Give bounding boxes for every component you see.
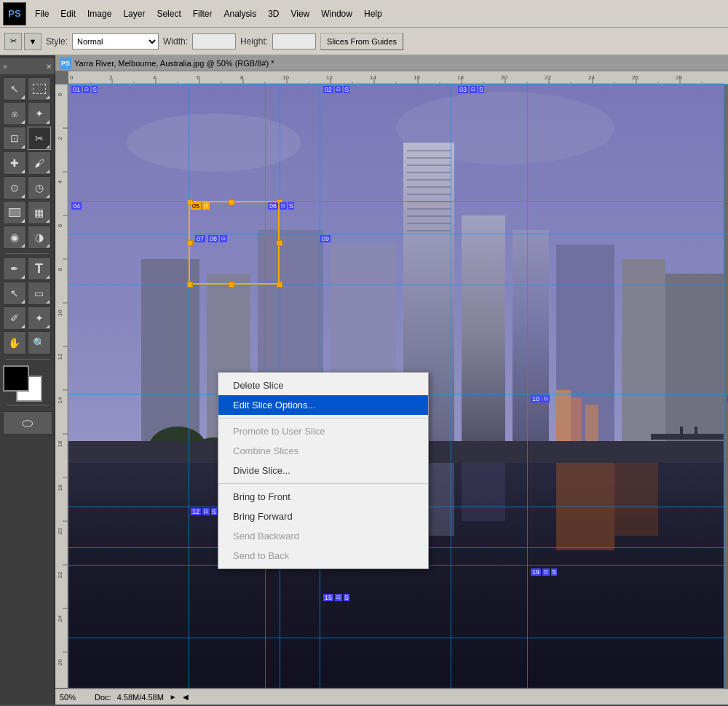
menu-edit[interactable]: Edit [55, 7, 82, 20]
ctx-send-to-back[interactable]: Send to Back [218, 546, 428, 566]
menu-3d[interactable]: 3D [262, 7, 285, 20]
menu-help[interactable]: Help [358, 7, 388, 20]
quick-mask-button[interactable]: ⬭ [3, 411, 52, 435]
svg-text:4: 4 [57, 180, 63, 183]
lasso-icon: ⍟ [12, 108, 17, 119]
lasso-tool[interactable]: ⍟ [3, 102, 26, 125]
slice-type-icon[interactable]: ▼ [24, 33, 41, 50]
slices-from-guides-button[interactable]: Slices From Guides [320, 33, 403, 50]
brush-icon: 🖌 [34, 157, 44, 169]
type-tool[interactable]: T [28, 257, 51, 280]
blur-icon: ◉ [10, 231, 19, 243]
svg-rect-112 [585, 405, 598, 441]
history-brush-icon: ◷ [35, 182, 44, 194]
menu-view[interactable]: View [285, 7, 315, 20]
hand-icon: ✋ [8, 337, 20, 349]
menu-image[interactable]: Image [82, 7, 117, 20]
toolbox-close[interactable]: ✕ [46, 63, 52, 71]
ctx-send-backward[interactable]: Send Backward [218, 526, 428, 546]
slice-guide-h9 [68, 638, 728, 638]
svg-text:6: 6 [57, 223, 63, 227]
foreground-color-swatch[interactable] [3, 365, 29, 392]
svg-text:22: 22 [57, 571, 63, 578]
hand-tool[interactable]: ✋ [3, 331, 26, 354]
history-brush-tool[interactable]: ◷ [28, 176, 51, 199]
height-input[interactable] [272, 33, 316, 49]
blur-tool[interactable]: ◉ [3, 226, 26, 249]
toolbox-header: » ✕ [0, 58, 55, 74]
toolbox-expand[interactable]: » [3, 63, 7, 71]
svg-text:26: 26 [632, 74, 638, 81]
menu-filter[interactable]: Filter [187, 7, 218, 20]
clone-tool[interactable]: ⊙ [3, 176, 26, 199]
slice-badge-05: 05 ⊡ [191, 202, 210, 210]
menu-select[interactable]: Select [151, 7, 186, 20]
ctx-divider-1 [218, 418, 428, 419]
ctx-promote-user-slice[interactable]: Promote to User Slice [218, 421, 428, 441]
eyedrop-tool[interactable]: ✦ [28, 306, 51, 330]
ctx-combine-slices[interactable]: Combine Slices [218, 441, 428, 461]
menu-layer[interactable]: Layer [117, 7, 151, 20]
move-tool[interactable]: ↖ [3, 77, 26, 100]
canvas-titlebar: PS Yarra River, Melbourne, Australia.jpg… [55, 55, 728, 71]
svg-text:16: 16 [414, 74, 420, 81]
svg-text:22: 22 [545, 74, 551, 81]
status-arrow-left[interactable]: ◀ [183, 693, 189, 701]
slice-badge-06: 06 ⊡ S [268, 202, 294, 210]
shape-tool[interactable]: ▭ [28, 282, 51, 305]
slice-guide-h1 [68, 84, 728, 85]
slice-handle-tm[interactable] [229, 199, 234, 205]
slice-handle-bl[interactable] [187, 282, 193, 287]
ruler-vertical: 0 2 4 6 8 10 12 14 16 18 20 22 24 26 [55, 84, 68, 688]
eraser-tool[interactable] [3, 201, 26, 224]
svg-text:20: 20 [57, 528, 63, 534]
svg-text:24: 24 [57, 615, 63, 622]
svg-rect-111 [571, 397, 582, 441]
svg-text:18: 18 [57, 484, 63, 491]
tool-row-1: ↖ [3, 77, 52, 100]
svg-point-76 [127, 114, 301, 172]
tool-row-5: ⊙ ◷ [3, 176, 52, 199]
svg-text:28: 28 [676, 74, 682, 81]
crop-tool[interactable]: ⊡ [3, 127, 26, 150]
notes-tool[interactable]: ✐ [3, 306, 26, 330]
ctx-bring-forward[interactable]: Bring Forward [218, 507, 428, 526]
slice-handle-ml[interactable] [187, 240, 193, 246]
ctx-delete-slice[interactable]: Delete Slice [218, 376, 428, 395]
status-arrow-right[interactable]: ► [170, 693, 177, 701]
context-menu: Delete Slice Edit Slice Options... Promo… [218, 372, 429, 569]
slice-handle-mr[interactable] [277, 240, 282, 246]
ctx-bring-to-front[interactable]: Bring to Front [218, 487, 428, 507]
slice-badge-03: 03 ⊡ S [458, 86, 484, 93]
tool-options-icon[interactable]: ✂ [4, 33, 22, 50]
width-input[interactable] [192, 33, 236, 49]
slice-tool[interactable]: ✂ [28, 127, 51, 150]
gradient-tool[interactable]: ▦ [28, 201, 51, 224]
svg-text:2: 2 [57, 136, 63, 140]
style-select[interactable]: Normal Fixed Aspect Ratio Fixed Size [72, 33, 159, 49]
menu-analysis[interactable]: Analysis [218, 7, 262, 20]
menu-window[interactable]: Window [315, 7, 358, 20]
slice-handle-br[interactable] [277, 282, 282, 287]
pen-tool[interactable]: ✒ [3, 257, 26, 280]
marquee-tool[interactable] [28, 77, 51, 100]
dodge-tool[interactable]: ◑ [28, 226, 51, 249]
svg-rect-94 [622, 259, 665, 463]
slice-handle-bm[interactable] [229, 282, 234, 287]
ctx-divide-slice[interactable]: Divide Slice... [218, 461, 428, 480]
zoom-tool[interactable]: 🔍 [28, 331, 51, 354]
path-select-tool[interactable]: ↖ [3, 282, 26, 305]
svg-rect-82 [407, 172, 451, 173]
svg-text:12: 12 [57, 353, 63, 360]
image-area[interactable]: 01 ⊡ S 02 ⊡ S 03 ⊡ S 04 [68, 84, 728, 688]
menu-file[interactable]: File [29, 7, 55, 20]
ctx-edit-slice-options[interactable]: Edit Slice Options... [218, 395, 428, 415]
crop-icon: ⊡ [10, 132, 19, 144]
brush-tool[interactable]: 🖌 [28, 151, 51, 175]
svg-rect-90 [407, 230, 451, 231]
heal-tool[interactable]: ✚ [3, 151, 26, 175]
magic-wand-tool[interactable]: ✦ [28, 102, 51, 125]
style-label: Style: [46, 36, 68, 47]
path-select-icon: ↖ [10, 287, 19, 299]
eraser-icon [9, 208, 20, 217]
